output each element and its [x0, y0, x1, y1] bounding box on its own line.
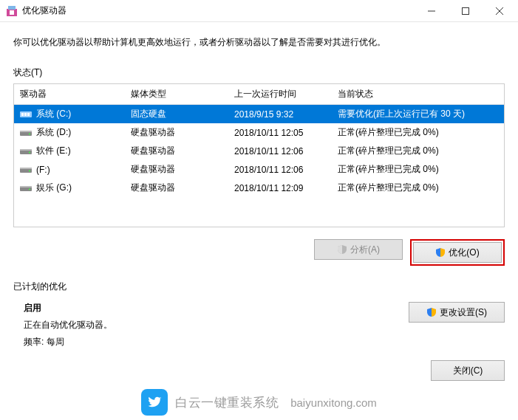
minimize-button[interactable] [415, 0, 449, 22]
svg-rect-12 [20, 131, 32, 132]
schedule-section-label: 已计划的优化 [13, 280, 505, 293]
table-row[interactable]: 系统 (C:)固态硬盘2018/9/15 9:32需要优化(距上次运行已有 30… [14, 105, 504, 124]
table-row[interactable]: 软件 (E:)硬盘驱动器2018/10/11 12:06正常(碎片整理已完成 0… [14, 142, 504, 160]
svg-point-16 [29, 151, 30, 153]
col-media-type[interactable]: 媒体类型 [125, 84, 228, 105]
drive-icon [20, 110, 32, 119]
svg-point-19 [29, 171, 30, 172]
description-text: 你可以优化驱动器以帮助计算机更高效地运行，或者分析驱动器以了解是否需要对其进行优… [13, 35, 505, 49]
drive-icon [20, 147, 32, 156]
svg-line-6 [496, 7, 503, 15]
svg-rect-2 [10, 10, 14, 15]
svg-rect-9 [24, 113, 27, 116]
schedule-enabled-label: 启用 [24, 302, 409, 314]
svg-rect-8 [21, 113, 24, 116]
svg-rect-1 [8, 6, 16, 10]
table-row[interactable]: 娱乐 (G:)硬盘驱动器2018/10/11 12:09正常(碎片整理已完成 0… [14, 179, 504, 197]
optimize-label: 优化(O) [449, 247, 479, 259]
watermark-logo-icon [141, 389, 168, 416]
app-icon [6, 5, 18, 17]
svg-rect-10 [27, 113, 30, 116]
schedule-status-text: 正在自动优化驱动器。 [24, 319, 409, 331]
schedule-section: 已计划的优化 启用 正在自动优化驱动器。 频率: 每周 更改设置(S) [13, 280, 505, 353]
window-controls [415, 0, 517, 22]
close-button[interactable] [483, 0, 517, 22]
window-title: 优化驱动器 [22, 4, 415, 17]
change-settings-button[interactable]: 更改设置(S) [409, 302, 505, 323]
col-drive[interactable]: 驱动器 [14, 84, 125, 105]
col-current-status[interactable]: 当前状态 [332, 84, 504, 105]
drive-icon [20, 165, 32, 174]
status-section-label: 状态(T) [13, 66, 505, 79]
svg-rect-18 [20, 168, 32, 169]
maximize-button[interactable] [449, 0, 483, 22]
shield-icon [426, 307, 437, 317]
svg-rect-15 [20, 149, 32, 151]
titlebar: 优化驱动器 [0, 0, 518, 22]
optimize-highlight: 优化(O) [410, 239, 505, 266]
optimize-button[interactable]: 优化(O) [413, 242, 502, 263]
watermark-url: baiyunxitong.com [290, 396, 377, 409]
shield-icon [337, 244, 347, 255]
svg-point-13 [29, 133, 30, 134]
svg-line-5 [496, 7, 503, 15]
drive-icon [20, 184, 32, 193]
drive-list[interactable]: 驱动器 媒体类型 上一次运行时间 当前状态 系统 (C:)固态硬盘2018/9/… [13, 83, 505, 227]
footer: 关闭(C) [0, 360, 518, 390]
action-buttons: 分析(A) 优化(O) [13, 227, 505, 276]
table-row[interactable]: 系统 (D:)硬盘驱动器2018/10/11 12:05正常(碎片整理已完成 0… [14, 123, 504, 142]
svg-rect-4 [463, 7, 469, 14]
watermark-text: 白云一键重装系统 [175, 394, 279, 411]
shield-icon [435, 247, 446, 258]
svg-rect-21 [20, 186, 32, 187]
table-row[interactable]: (F:)硬盘驱动器2018/10/11 12:06正常(碎片整理已完成 0%) [14, 160, 504, 179]
close-dialog-button[interactable]: 关闭(C) [431, 360, 505, 381]
schedule-frequency: 频率: 每周 [24, 336, 409, 348]
drive-icon [20, 128, 32, 137]
col-last-run[interactable]: 上一次运行时间 [228, 84, 332, 105]
column-headers[interactable]: 驱动器 媒体类型 上一次运行时间 当前状态 [14, 84, 504, 105]
analyze-button: 分析(A) [314, 239, 403, 260]
watermark: 白云一键重装系统 baiyunxitong.com [0, 389, 518, 416]
content-area: 你可以优化驱动器以帮助计算机更高效地运行，或者分析驱动器以了解是否需要对其进行优… [0, 22, 518, 360]
analyze-label: 分析(A) [350, 244, 380, 256]
change-settings-label: 更改设置(S) [440, 306, 487, 319]
svg-point-22 [29, 188, 30, 190]
